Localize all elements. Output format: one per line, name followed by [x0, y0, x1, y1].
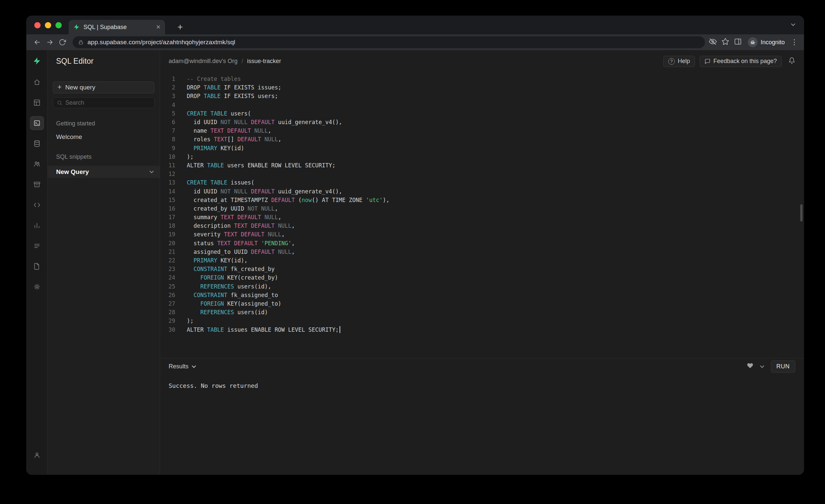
breadcrumb-org[interactable]: adam@windmill.dev's Org — [169, 58, 238, 65]
sidebar-item-new-query[interactable]: New Query — [48, 166, 160, 178]
database-icon[interactable] — [30, 137, 44, 150]
code-line[interactable]: 15 created_at TIMESTAMPTZ DEFAULT (now()… — [160, 196, 804, 204]
notifications-bell-icon[interactable] — [789, 57, 795, 65]
browser-menu-icon[interactable]: ⋮ — [790, 38, 799, 47]
side-panel-icon[interactable] — [734, 38, 742, 47]
code-line[interactable]: 2DROP TABLE IF EXISTS issues; — [160, 83, 804, 92]
settings-gear-icon[interactable] — [30, 280, 44, 294]
incognito-badge: Incognito — [748, 37, 785, 47]
code-line[interactable]: 21 assigned_to UUID DEFAULT NULL, — [160, 247, 804, 256]
zoom-window-button[interactable] — [56, 22, 62, 28]
logs-icon[interactable] — [30, 239, 44, 253]
auth-users-icon[interactable] — [30, 157, 44, 171]
account-profile-icon[interactable] — [30, 448, 44, 462]
code-line[interactable]: 18 description TEXT DEFAULT NULL, — [160, 221, 804, 230]
results-dropdown[interactable]: Results — [169, 363, 195, 370]
new-query-button[interactable]: + New query — [53, 81, 154, 93]
line-number: 12 — [160, 171, 175, 177]
help-button[interactable]: ? Help — [663, 56, 695, 67]
sql-editor-icon[interactable] — [30, 116, 44, 130]
new-query-button-label: New query — [65, 84, 95, 91]
bookmark-star-icon[interactable] — [722, 38, 729, 47]
code-line[interactable]: 12 — [160, 170, 804, 178]
sql-code-editor[interactable]: 1-- Create tables2DROP TABLE IF EXISTS i… — [160, 72, 804, 358]
forward-button[interactable] — [44, 36, 56, 49]
code-line[interactable]: 8 roles TEXT[] DEFAULT NULL, — [160, 135, 804, 144]
help-icon: ? — [668, 58, 675, 65]
tab-close-icon[interactable]: × — [156, 23, 160, 31]
code-line[interactable]: 17 summary TEXT DEFAULT NULL, — [160, 213, 804, 221]
code-line[interactable]: 25 REFERENCES users(id), — [160, 282, 804, 291]
line-number: 21 — [160, 248, 175, 255]
code-text: ALTER TABLE issues ENABLE ROW LEVEL SECU… — [175, 326, 340, 333]
results-message: Success. No rows returned — [160, 374, 804, 397]
code-line[interactable]: 30ALTER TABLE issues ENABLE ROW LEVEL SE… — [160, 325, 804, 334]
line-number: 6 — [160, 119, 175, 126]
run-button[interactable]: RUN — [771, 360, 796, 373]
code-text: CONSTRAINT fk_created_by — [175, 266, 275, 272]
code-line[interactable]: 22 PRIMARY KEY(id), — [160, 256, 804, 265]
chevron-down-icon[interactable] — [149, 169, 154, 173]
code-line[interactable]: 20 status TEXT DEFAULT 'PENDING', — [160, 239, 804, 247]
code-line[interactable]: 19 severity TEXT DEFAULT NULL, — [160, 230, 804, 239]
tab-search-chevron-icon[interactable] — [791, 22, 795, 26]
table-editor-icon[interactable] — [30, 96, 44, 110]
storage-icon[interactable] — [30, 177, 44, 192]
line-number: 11 — [160, 162, 175, 169]
browser-tab[interactable]: SQL | Supabase × — [69, 20, 165, 34]
breadcrumb-project[interactable]: issue-tracker — [247, 58, 281, 65]
search-input[interactable] — [65, 99, 150, 106]
code-line[interactable]: 27 FOREIGN KEY(assigned_to) — [160, 299, 804, 308]
editor-scrollbar[interactable] — [800, 204, 803, 221]
close-window-button[interactable] — [34, 22, 41, 28]
results-label: Results — [169, 363, 189, 370]
new-tab-button[interactable]: + — [174, 21, 186, 33]
code-line[interactable]: 23 CONSTRAINT fk_created_by — [160, 265, 804, 273]
code-line[interactable]: 6 id UUID NOT NULL DEFAULT uuid_generate… — [160, 118, 804, 126]
sidebar-item-welcome[interactable]: Welcome — [53, 132, 154, 142]
results-chevron-icon — [192, 364, 196, 368]
docs-icon[interactable] — [30, 260, 44, 273]
browser-toolbar: app.supabase.com/project/azahtnhqohyjerz… — [26, 34, 804, 50]
code-line[interactable]: 4 — [160, 101, 804, 109]
reload-button[interactable] — [56, 36, 69, 49]
back-button[interactable] — [31, 36, 44, 49]
feedback-button-label: Feedback on this page? — [714, 58, 777, 65]
supabase-logo-icon[interactable] — [30, 54, 44, 68]
functions-code-icon[interactable] — [30, 198, 44, 212]
line-number: 14 — [160, 188, 175, 195]
nav-rail — [26, 50, 48, 475]
favorite-heart-icon[interactable] — [747, 362, 753, 370]
code-line[interactable]: 16 created_by UUID NOT NULL, — [160, 204, 804, 213]
address-bar[interactable]: app.supabase.com/project/azahtnhqohyjerz… — [73, 36, 705, 48]
code-line[interactable]: 28 REFERENCES users(id) — [160, 308, 804, 316]
code-line[interactable]: 14 id UUID NOT NULL DEFAULT uuid_generat… — [160, 187, 804, 195]
code-text: CREATE TABLE issues( — [175, 179, 254, 186]
home-icon[interactable] — [30, 75, 44, 89]
search-field[interactable] — [53, 97, 154, 108]
code-line[interactable]: 3DROP TABLE IF EXISTS users; — [160, 92, 804, 100]
code-line[interactable]: 7 name TEXT DEFAULT NULL, — [160, 126, 804, 135]
code-line[interactable]: 13CREATE TABLE issues( — [160, 178, 804, 187]
code-line[interactable]: 11ALTER TABLE users ENABLE ROW LEVEL SEC… — [160, 161, 804, 170]
main-panel: adam@windmill.dev's Org / issue-tracker … — [160, 50, 804, 475]
code-text: created_at TIMESTAMPTZ DEFAULT (now() AT… — [175, 197, 389, 203]
run-options-chevron-icon[interactable] — [760, 364, 764, 368]
eye-off-icon[interactable] — [709, 38, 717, 47]
supabase-app: SQL Editor + New query Getting started W… — [26, 50, 804, 475]
code-line[interactable]: 1-- Create tables — [160, 75, 804, 83]
code-line[interactable]: 9 PRIMARY KEY(id) — [160, 144, 804, 152]
results-panel: Results RUN Success. No rows returned — [160, 358, 804, 475]
code-text: id UUID NOT NULL DEFAULT uuid_generate_v… — [175, 119, 342, 126]
code-line[interactable]: 24 FOREIGN KEY(created_by) — [160, 273, 804, 282]
sql-editor-sidebar: SQL Editor + New query Getting started W… — [48, 50, 160, 475]
url-text: app.supabase.com/project/azahtnhqohyjerz… — [87, 39, 235, 46]
code-line[interactable]: 29); — [160, 316, 804, 325]
code-line[interactable]: 26 CONSTRAINT fk_assigned_to — [160, 291, 804, 299]
minimize-window-button[interactable] — [45, 22, 51, 28]
reports-icon[interactable] — [30, 218, 44, 232]
browser-window: SQL | Supabase × + app.supabase.com/proj… — [26, 16, 804, 475]
code-line[interactable]: 10); — [160, 152, 804, 161]
feedback-button[interactable]: Feedback on this page? — [699, 56, 782, 67]
code-line[interactable]: 5CREATE TABLE users( — [160, 109, 804, 118]
